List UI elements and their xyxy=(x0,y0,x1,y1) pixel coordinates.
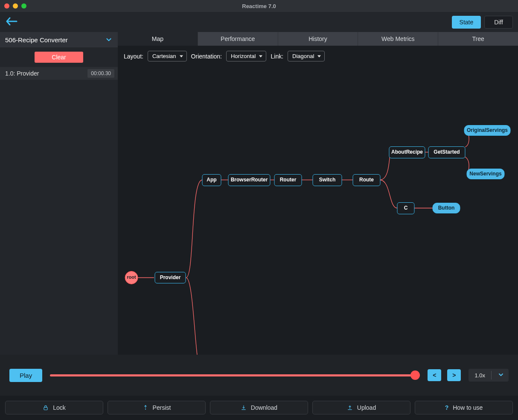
bottombar: Lock Persist Download Upload ? How to us… xyxy=(0,396,518,420)
sidebar: 506-Recipe Converter Clear 1.0: Provider… xyxy=(0,32,118,355)
tab-tree[interactable]: Tree xyxy=(438,32,518,46)
snapshot-label: 1.0: Provider xyxy=(5,70,39,77)
play-button[interactable]: Play xyxy=(9,369,42,382)
svg-text:C: C xyxy=(404,205,408,211)
svg-text:GetStarted: GetStarted xyxy=(434,149,460,155)
snapshot-item[interactable]: 1.0: Provider 00:00.30 xyxy=(0,67,118,80)
traffic-lights xyxy=(4,3,26,9)
layout-label: Layout: xyxy=(124,53,143,60)
lock-button[interactable]: Lock xyxy=(5,401,103,414)
svg-text:Router: Router xyxy=(280,177,297,183)
svg-rect-13 xyxy=(44,407,47,410)
chevron-down-icon[interactable] xyxy=(103,34,114,45)
speed-value: 1.0x xyxy=(474,372,485,379)
main-panel: Map Performance History Web Metrics Tree… xyxy=(118,32,518,355)
maximize-window-icon[interactable] xyxy=(21,3,26,9)
tabs: Map Performance History Web Metrics Tree xyxy=(118,32,518,46)
prev-button[interactable]: < xyxy=(428,369,441,381)
svg-text:BrowserRouter: BrowserRouter xyxy=(231,177,268,183)
svg-point-14 xyxy=(145,408,146,409)
minimize-window-icon[interactable] xyxy=(13,3,18,9)
close-window-icon[interactable] xyxy=(4,3,9,9)
back-button[interactable] xyxy=(5,16,18,28)
topbar: State Diff xyxy=(0,12,518,32)
question-icon: ? xyxy=(445,404,449,411)
svg-text:Switch: Switch xyxy=(319,177,336,183)
tab-map[interactable]: Map xyxy=(118,32,198,46)
state-button[interactable]: State xyxy=(452,16,481,29)
download-button[interactable]: Download xyxy=(210,401,308,414)
speed-selector[interactable]: 1.0x xyxy=(469,369,509,382)
component-graph[interactable]: root Provider App BrowserRouter Router S… xyxy=(118,67,518,355)
graph-controls: Layout: Cartesian Orientation: Horizonta… xyxy=(118,46,518,67)
slider-thumb[interactable] xyxy=(410,370,420,380)
svg-text:OriginalServings: OriginalServings xyxy=(467,127,508,133)
playbar: Play < > 1.0x xyxy=(0,355,518,396)
svg-text:App: App xyxy=(207,177,216,183)
chevron-down-icon xyxy=(498,371,504,379)
clear-button[interactable]: Clear xyxy=(35,52,83,63)
orientation-label: Orientation: xyxy=(191,53,222,60)
sidebar-header[interactable]: 506-Recipe Converter xyxy=(0,32,118,47)
svg-text:Button: Button xyxy=(438,205,455,211)
link-label: Link: xyxy=(271,53,283,60)
orientation-select[interactable]: Horizontal xyxy=(226,51,267,61)
window-title: Reactime 7.0 xyxy=(0,3,518,9)
tab-web-metrics[interactable]: Web Metrics xyxy=(358,32,438,46)
node-root-label: root xyxy=(127,274,136,280)
svg-text:Route: Route xyxy=(359,177,374,183)
persist-button[interactable]: Persist xyxy=(108,401,206,414)
tab-history[interactable]: History xyxy=(278,32,358,46)
snapshot-time: 00:00.30 xyxy=(87,69,114,78)
next-button[interactable]: > xyxy=(447,369,461,381)
how-to-use-button[interactable]: ? How to use xyxy=(415,401,513,414)
layout-select[interactable]: Cartesian xyxy=(148,51,187,61)
app-name: 506-Recipe Converter xyxy=(5,36,68,44)
svg-text:Provider: Provider xyxy=(160,274,181,280)
svg-text:NewServings: NewServings xyxy=(469,171,502,177)
window-titlebar: Reactime 7.0 xyxy=(0,0,518,12)
timeline-slider[interactable] xyxy=(50,371,420,379)
upload-button[interactable]: Upload xyxy=(312,401,410,414)
diff-button[interactable]: Diff xyxy=(484,16,513,29)
svg-text:AboutRecipe: AboutRecipe xyxy=(391,149,423,155)
link-select[interactable]: Diagonal xyxy=(288,51,325,61)
tab-performance[interactable]: Performance xyxy=(198,32,278,46)
